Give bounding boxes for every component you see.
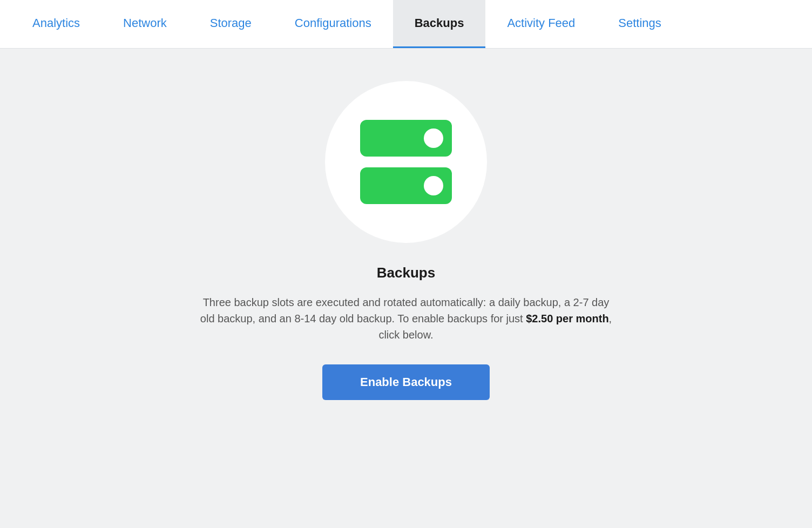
tab-analytics[interactable]: Analytics <box>11 0 102 48</box>
backups-icon-circle <box>325 81 487 243</box>
main-content: Backups Three backup slots are executed … <box>0 49 812 422</box>
toggle-switch-top <box>360 120 452 157</box>
tab-configurations[interactable]: Configurations <box>273 0 393 48</box>
enable-backups-button[interactable]: Enable Backups <box>322 364 490 400</box>
toggle-switch-bottom <box>360 167 452 204</box>
tab-backups[interactable]: Backups <box>393 0 486 48</box>
tab-activity-feed[interactable]: Activity Feed <box>485 0 597 48</box>
tab-settings[interactable]: Settings <box>597 0 683 48</box>
tab-bar: Analytics Network Storage Configurations… <box>0 0 812 49</box>
toggle-knob-bottom <box>424 176 443 195</box>
tab-network[interactable]: Network <box>102 0 188 48</box>
description-price: $2.50 per month <box>526 313 608 324</box>
backups-title: Backups <box>377 265 435 281</box>
toggle-knob-top <box>424 128 443 148</box>
tab-storage[interactable]: Storage <box>188 0 273 48</box>
backups-description: Three backup slots are executed and rota… <box>195 294 617 343</box>
